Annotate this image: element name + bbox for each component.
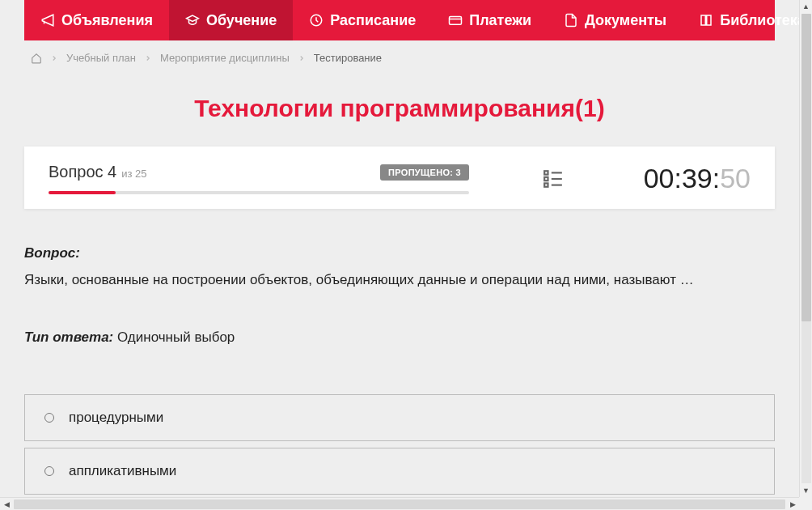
progress-area: Вопрос 4 из 25 ПРОПУЩЕНО: 3 [49, 163, 469, 194]
svg-rect-2 [544, 171, 548, 174]
top-nav: Объявления Обучение Расписание Платежи Д… [24, 0, 775, 40]
breadcrumb-current: Тестирование [314, 52, 382, 64]
progress-fill [49, 191, 116, 194]
page-title: Технологии программирования(1) [0, 95, 799, 122]
nav-label: Объявления [61, 12, 153, 29]
content: Вопрос: Языки, основанные на построении … [24, 245, 775, 497]
chevron-right-icon [144, 54, 152, 62]
question-number: Вопрос 4 [49, 163, 116, 181]
timer: 00:39:50 [644, 163, 751, 194]
nav-schedule[interactable]: Расписание [293, 0, 432, 40]
scroll-left-arrow[interactable]: ◀ [0, 498, 13, 511]
scroll-corner [799, 497, 812, 510]
radio-icon [44, 413, 54, 423]
chevron-right-icon [50, 54, 58, 62]
question-total: из 25 [121, 168, 146, 180]
timer-main: 00:39: [644, 163, 721, 194]
graduation-icon [185, 13, 200, 28]
breadcrumb-link-plan[interactable]: Учебный план [66, 52, 136, 64]
breadcrumb-link-event[interactable]: Мероприятие дисциплины [160, 52, 290, 64]
nav-education[interactable]: Обучение [169, 0, 293, 40]
skipped-badge: ПРОПУЩЕНО: 3 [380, 164, 469, 181]
scroll-thumb[interactable] [801, 14, 811, 321]
scroll-down-arrow[interactable]: ▼ [800, 484, 813, 497]
answer-type-value: Одиночный выбор [117, 329, 235, 345]
radio-icon [44, 466, 54, 476]
scroll-track[interactable] [14, 499, 785, 509]
home-icon[interactable] [31, 53, 42, 64]
scroll-track[interactable] [801, 14, 811, 483]
chevron-right-icon [298, 54, 306, 62]
answer-type-label: Тип ответа: [24, 329, 113, 345]
nav-label: Обучение [206, 12, 277, 29]
nav-label: Расписание [330, 12, 416, 29]
question-heading: Вопрос: [24, 245, 775, 261]
nav-label: Библиотека [720, 12, 799, 29]
nav-payments[interactable]: Платежи [432, 0, 548, 40]
answers-list: процедурными аппликативными объектно ори… [24, 394, 775, 498]
nav-label: Документы [585, 12, 666, 29]
svg-rect-3 [544, 176, 548, 180]
question-list-icon[interactable] [542, 168, 565, 189]
answer-type: Тип ответа: Одиночный выбор [24, 329, 775, 346]
question-text: Языки, основанные на построении объектов… [24, 270, 775, 291]
book-icon [699, 13, 713, 28]
nav-documents[interactable]: Документы [548, 0, 683, 40]
timer-deci: 50 [720, 163, 751, 194]
nav-library[interactable]: Библиотека [683, 0, 799, 40]
progress-track [49, 191, 469, 194]
nav-label: Платежи [469, 12, 531, 29]
vertical-scrollbar[interactable]: ▲ ▼ [799, 0, 812, 497]
scroll-up-arrow[interactable]: ▲ [800, 0, 813, 13]
card-icon [448, 13, 463, 28]
answer-option-1[interactable]: аппликативными [24, 448, 775, 495]
status-bar: Вопрос 4 из 25 ПРОПУЩЕНО: 3 00:39:50 [24, 147, 775, 209]
svg-rect-1 [450, 17, 462, 25]
answer-option-0[interactable]: процедурными [24, 394, 775, 441]
file-icon [564, 13, 578, 28]
answer-text: процедурными [69, 410, 163, 426]
megaphone-icon [40, 13, 55, 28]
answer-text: аппликативными [69, 463, 176, 479]
clock-icon [309, 13, 324, 28]
breadcrumb: Учебный план Мероприятие дисциплины Тест… [24, 40, 775, 75]
svg-rect-4 [544, 183, 548, 186]
scroll-right-arrow[interactable]: ▶ [786, 498, 799, 511]
horizontal-scrollbar[interactable]: ◀ ▶ [0, 497, 799, 510]
nav-announcements[interactable]: Объявления [24, 0, 169, 40]
